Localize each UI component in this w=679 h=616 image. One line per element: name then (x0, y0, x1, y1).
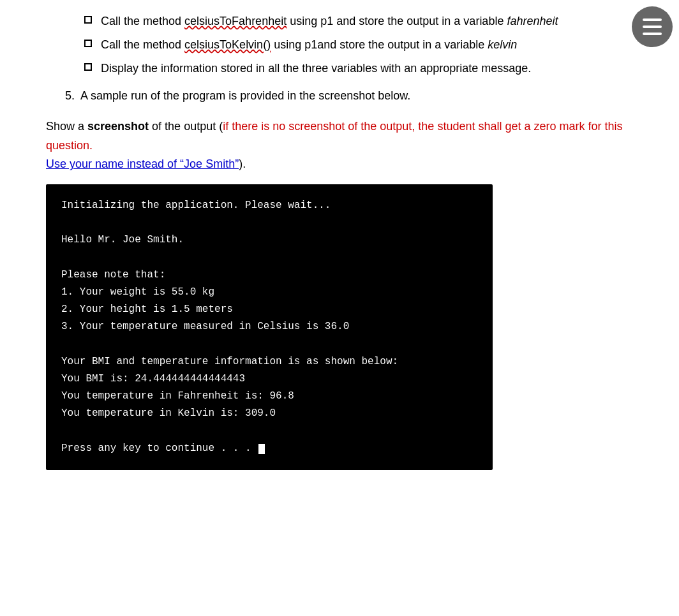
terminal-line-9: You temperature in Fahrenheit is: 96.8 (61, 388, 477, 405)
terminal-cursor (258, 444, 265, 454)
bullet-text-1: Call the method celsiusToFahrenheit usin… (101, 13, 633, 30)
terminal-line-5: 2. Your height is 1.5 meters (61, 301, 477, 318)
instruction-prefix: Show a (46, 120, 87, 133)
menu-bar-3 (643, 33, 662, 35)
instruction-bold: screenshot (87, 120, 149, 133)
bullet-text-2: Call the method celsiusToKelvin() using … (101, 36, 633, 54)
bullet-square-2 (84, 40, 92, 47)
instruction-suffix: ). (239, 158, 246, 170)
menu-bar-1 (643, 18, 662, 21)
instruction-middle: of the output ( (149, 120, 223, 133)
method-celsius-to-fahrenheit: celsiusToFahrenheit (184, 15, 287, 27)
screenshot-instruction: Show a screenshot of the output (if ther… (46, 117, 633, 174)
terminal-empty-4 (61, 423, 477, 440)
terminal-empty-2 (61, 249, 477, 267)
terminal-empty-3 (61, 336, 477, 353)
instruction-blue: Use your name instead of “Joe Smith” (46, 158, 239, 170)
item-text: A sample run of the program is provided … (80, 89, 410, 102)
terminal-line-7: Your BMI and temperature information is … (61, 353, 477, 370)
bullet-list: Call the method celsiusToFahrenheit usin… (46, 13, 633, 77)
item-number: 5. (65, 89, 75, 102)
terminal-line-1: Initializing the application. Please wai… (61, 197, 477, 214)
terminal-line-4: 1. Your weight is 55.0 kg (61, 284, 477, 301)
variable-fahrenheit: fahrenheit (507, 15, 558, 27)
bullet-item-1: Call the method celsiusToFahrenheit usin… (84, 13, 633, 30)
terminal-output: Initializing the application. Please wai… (46, 184, 493, 470)
menu-bar-2 (643, 26, 662, 28)
terminal-empty-1 (61, 214, 477, 231)
method-celsius-to-kelvin: celsiusToKelvin() (184, 38, 271, 51)
menu-button[interactable] (632, 6, 673, 47)
bullet-item-3: Display the information stored in all th… (84, 60, 633, 77)
terminal-line-8: You BMI is: 24.444444444444443 (61, 370, 477, 388)
terminal-line-10: You temperature in Kelvin is: 309.0 (61, 405, 477, 422)
bullet-square-1 (84, 16, 92, 24)
terminal-line-3: Please note that: (61, 267, 477, 284)
page-container: Call the method celsiusToFahrenheit usin… (20, 0, 659, 495)
terminal-line-11: Press any key to continue . . . (61, 440, 477, 457)
bullet-item-2: Call the method celsiusToKelvin() using … (84, 36, 633, 54)
bullet-text-3: Display the information stored in all th… (101, 60, 633, 77)
variable-kelvin: kelvin (488, 38, 517, 51)
terminal-line-2: Hello Mr. Joe Smith. (61, 231, 477, 249)
numbered-item-5: 5. A sample run of the program is provid… (46, 87, 633, 105)
bullet-square-3 (84, 63, 92, 71)
terminal-line-6: 3. Your temperature measured in Celsius … (61, 318, 477, 335)
